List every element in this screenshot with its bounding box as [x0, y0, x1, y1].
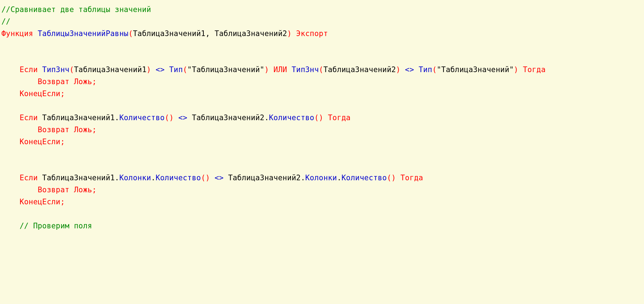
code-text: [38, 113, 42, 122]
code-ident: ТаблицаЗначений1: [42, 113, 115, 122]
code-keyword: Если: [19, 65, 37, 74]
code-endif: КонецЕсли;: [19, 198, 65, 206]
code-op: <>: [210, 174, 228, 182]
code-comment: // Проверим поля: [19, 222, 92, 230]
code-punct: ): [514, 65, 518, 74]
code-method: ТаблицыЗначенийРавны: [38, 29, 129, 38]
code-keyword: Функция: [1, 29, 33, 38]
code-punct: (): [314, 113, 323, 122]
code-method: Количество: [156, 174, 201, 182]
code-punct: .: [264, 113, 269, 122]
code-punct: (): [165, 113, 174, 122]
code-text: [292, 29, 296, 38]
code-punct: (): [387, 174, 396, 182]
code-method: ТипЗнч: [292, 65, 319, 74]
code-ident: ТаблицаЗначений1: [42, 174, 115, 182]
code-string: "ТаблицаЗначений": [187, 65, 264, 74]
code-endif: КонецЕсли;: [19, 138, 65, 146]
code-punct: .: [115, 113, 119, 122]
code-indent: [1, 222, 19, 230]
code-indent: [1, 77, 38, 86]
code-indent: [1, 186, 38, 194]
code-indent: [1, 198, 19, 206]
code-indent: [1, 89, 19, 98]
code-block: //Сравнивает две таблицы значений // Фун…: [0, 0, 644, 235]
code-ident: ТаблицаЗначений2: [228, 174, 301, 182]
code-args: ТаблицаЗначений1, ТаблицаЗначений2: [133, 29, 287, 38]
code-text: [38, 174, 42, 182]
code-ident: ТаблицаЗначений2: [323, 65, 396, 74]
code-punct: .: [115, 174, 119, 182]
code-keyword: Экспорт: [296, 29, 328, 38]
code-punct: (: [70, 65, 74, 74]
code-comment: //: [1, 17, 11, 26]
code-punct: (: [319, 65, 323, 74]
code-method: Колонки: [305, 174, 337, 182]
code-op: <>: [151, 65, 169, 74]
code-keyword: Если: [19, 113, 37, 122]
code-text: [33, 29, 38, 38]
code-ident: ТаблицаЗначений1: [74, 65, 147, 74]
code-indent: [1, 174, 19, 182]
code-punct: (: [129, 29, 133, 38]
code-punct: (): [201, 174, 210, 182]
code-punct: ): [287, 29, 292, 38]
code-return: Возврат Ложь;: [38, 125, 97, 134]
code-keyword: ИЛИ: [269, 65, 292, 74]
code-method: Тип: [169, 65, 183, 74]
code-method: Количество: [119, 113, 165, 122]
code-method: Количество: [341, 174, 387, 182]
code-ident: ТаблицаЗначений2: [192, 113, 264, 122]
code-punct: (: [183, 65, 187, 74]
code-op: <>: [174, 113, 192, 122]
code-method: Тип: [419, 65, 433, 74]
code-punct: .: [337, 174, 341, 182]
code-method: ТипЗнч: [42, 65, 70, 74]
code-op: <>: [400, 65, 418, 74]
code-endif: КонецЕсли;: [19, 89, 65, 98]
code-indent: [1, 138, 19, 146]
code-keyword: Тогда: [523, 65, 545, 74]
code-return: Возврат Ложь;: [38, 186, 97, 194]
code-return: Возврат Ложь;: [38, 77, 97, 86]
code-keyword: Если: [19, 174, 37, 182]
code-indent: [1, 125, 38, 134]
code-punct: .: [151, 174, 156, 182]
code-comment: //Сравнивает две таблицы значений: [1, 5, 151, 14]
code-keyword: Тогда: [328, 113, 351, 122]
code-text: [323, 113, 328, 122]
code-keyword: Тогда: [400, 174, 423, 182]
code-string: "ТаблицаЗначений": [437, 65, 514, 74]
code-punct: ): [396, 65, 400, 74]
code-method: Количество: [269, 113, 314, 122]
code-text: [38, 65, 42, 74]
code-punct: ): [264, 65, 269, 74]
code-indent: [1, 65, 19, 74]
code-text: [396, 174, 400, 182]
code-punct: (: [432, 65, 437, 74]
code-text: [518, 65, 523, 74]
code-indent: [1, 113, 19, 122]
code-punct: .: [301, 174, 305, 182]
code-punct: ): [147, 65, 151, 74]
code-method: Колонки: [119, 174, 151, 182]
